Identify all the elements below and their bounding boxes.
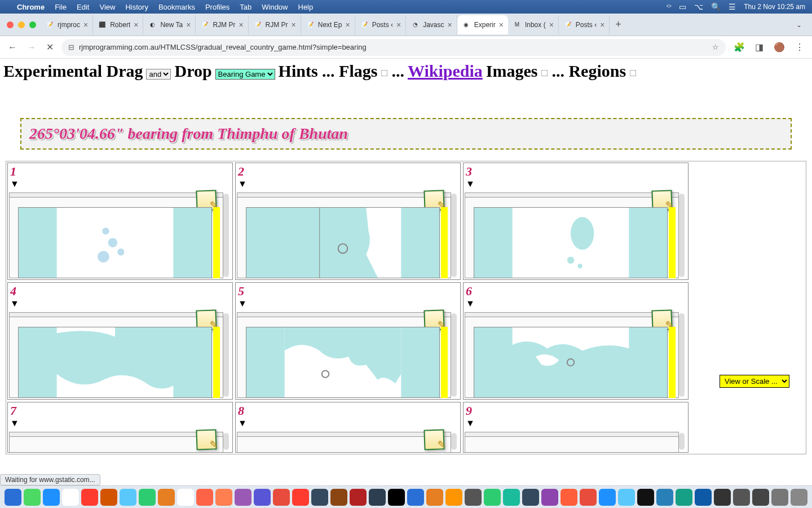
dropdown-triangle-icon[interactable]: ▼ [10,179,19,189]
dock-app-icon[interactable] [196,489,213,506]
close-tab-icon[interactable]: × [345,20,350,29]
scrollbar[interactable] [679,194,685,277]
map-thumbnail[interactable] [246,207,440,278]
scrollbar[interactable] [223,433,229,450]
dropdown-triangle-icon[interactable]: ▼ [238,418,247,428]
dock-app-icon[interactable] [503,489,520,506]
close-tab-icon[interactable]: × [396,20,401,29]
control-center-icon[interactable]: ☰ [729,2,736,11]
grid-cell[interactable]: 6 ▼ [463,282,689,400]
dock-app-icon[interactable] [139,489,156,506]
browser-tab[interactable]: 📝rjmproc× [41,15,93,34]
extensions-icon[interactable]: 🧩 [731,42,747,52]
checkbox-regions[interactable] [630,70,637,77]
close-tab-icon[interactable]: × [239,20,243,29]
menu-help[interactable]: Help [298,3,314,11]
forward-button[interactable]: → [25,42,38,52]
site-info-icon[interactable]: ⊟ [68,43,74,51]
dock-app-icon[interactable] [465,489,482,506]
dropdown-triangle-icon[interactable]: ▼ [238,179,247,189]
scrollbar[interactable] [451,433,457,450]
battery-icon[interactable]: ▭ [679,2,686,11]
dock-app-icon[interactable] [235,489,251,506]
close-tab-icon[interactable]: × [292,20,296,29]
dock-app-icon[interactable] [254,489,271,506]
dock-app-icon[interactable] [100,489,117,506]
dock-app-icon[interactable] [522,489,539,506]
scrollbar[interactable] [223,313,229,397]
note-icon[interactable] [196,429,217,450]
browser-tab[interactable]: ⬛Robert× [93,15,143,34]
checkbox-flags[interactable] [381,70,388,77]
dock-app-icon[interactable] [407,489,424,506]
dock-app-icon[interactable] [330,489,347,506]
dock-app-icon[interactable] [158,489,175,506]
checkbox-images[interactable] [541,70,548,77]
dock-app-icon[interactable] [599,489,616,506]
select-view-scale[interactable]: View or Scale ... [720,375,789,388]
dock-app-icon[interactable] [618,489,635,506]
select-and[interactable]: and [146,69,171,80]
zoom-window-icon[interactable] [29,21,36,28]
dock-app-icon[interactable] [484,489,501,506]
dock-app-icon[interactable] [311,489,328,506]
dock-app-icon[interactable] [81,489,98,506]
browser-tab[interactable]: MInbox (× [508,15,559,34]
grid-cell[interactable]: 8 ▼ [235,402,461,453]
dock-app-icon[interactable] [541,489,558,506]
dock-app-icon[interactable] [733,489,750,506]
dock-app-icon[interactable] [676,489,692,506]
menu-file[interactable]: File [55,3,67,11]
close-tab-icon[interactable]: × [83,20,88,29]
select-bearing-game[interactable]: Bearing Game [215,69,275,80]
menu-tab[interactable]: Tab [240,3,251,11]
dock-app-icon[interactable] [62,489,79,506]
dropdown-triangle-icon[interactable]: ▼ [466,179,475,189]
grid-cell[interactable]: 3 ▼ [463,163,689,280]
browser-tab[interactable]: 📝RJM Pr× [249,15,301,34]
dock-app-icon[interactable] [695,489,712,506]
grid-cell[interactable]: 5 ▼ [235,282,461,400]
minimize-window-icon[interactable] [18,21,25,28]
dock-app-icon[interactable] [177,489,194,506]
wikipedia-link[interactable]: Wikipedia [408,61,483,81]
dropdown-triangle-icon[interactable]: ▼ [466,299,475,309]
toggle-icon[interactable]: ⌥ [694,2,703,11]
grid-cell[interactable]: 7 ▼ [7,402,233,453]
browser-tab[interactable]: 📝Posts ‹× [355,15,407,34]
close-tab-icon[interactable]: × [448,20,452,29]
dock-app-icon[interactable] [24,489,41,506]
bookmark-star-icon[interactable]: ☆ [712,43,719,51]
bluetooth-icon[interactable]: ⌔ [667,2,671,11]
tabs-dropdown-icon[interactable]: ⌄ [791,21,807,29]
dock-app-icon[interactable] [388,489,405,506]
dropdown-triangle-icon[interactable]: ▼ [10,418,19,428]
close-tab-icon[interactable]: × [600,20,604,29]
grid-cell[interactable]: 9 ▼ [463,402,689,453]
clock[interactable]: Thu 2 Nov 10:25 am [744,3,805,11]
clue-box[interactable]: 265°03'04.66" bearing from Thimphu of Bh… [20,118,792,150]
browser-tab[interactable]: 📝Posts ‹× [559,15,610,34]
dock-app-icon[interactable] [714,489,731,506]
browser-tab[interactable]: ◔Javasc× [406,15,457,34]
omnibox[interactable]: ⊟ rjmprogramming.com.au/HTMLCSS/gradual_… [61,39,726,56]
browser-tab[interactable]: 📝RJM Pr× [196,15,248,34]
scrollbar[interactable] [451,194,457,277]
dock-app-icon[interactable] [656,489,673,506]
app-name[interactable]: Chrome [17,3,45,11]
dock-app-icon[interactable] [215,489,232,506]
dropdown-triangle-icon[interactable]: ▼ [466,418,475,428]
browser-tab[interactable]: ◐New Ta× [143,15,196,34]
dock-app-icon[interactable] [426,489,443,506]
dock-app-icon[interactable] [369,489,386,506]
dropdown-triangle-icon[interactable]: ▼ [238,299,247,309]
dock-app-icon[interactable] [561,489,577,506]
menu-profiles[interactable]: Profiles [205,3,230,11]
map-thumbnail[interactable] [18,207,212,278]
grid-cell[interactable]: 4 ▼ [7,282,233,400]
dock-app-icon[interactable] [752,489,769,506]
scrollbar[interactable] [223,194,229,277]
dock-app-icon[interactable] [273,489,290,506]
dock-app-icon[interactable] [580,489,597,506]
sidepanel-icon[interactable]: ◨ [753,42,766,52]
